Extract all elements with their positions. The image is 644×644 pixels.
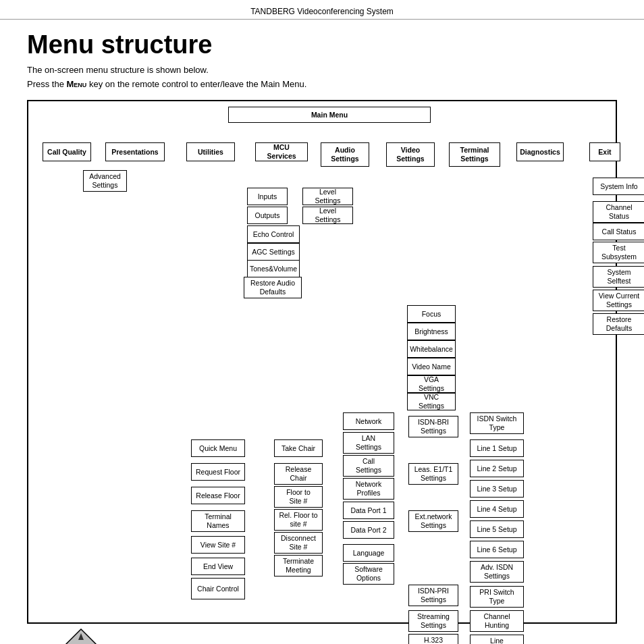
take-chair-box: Take Chair <box>274 439 323 457</box>
line2-setup-box: Line 2 Setup <box>470 460 524 477</box>
diagnostics-box: Diagnostics <box>516 142 564 161</box>
whitebalance-box: Whitebalance <box>407 340 456 358</box>
isdn-pri-box: ISDN-PRI Settings <box>408 585 458 606</box>
software-options-box: Software Options <box>343 563 394 585</box>
release-floor-box: Release Floor <box>191 487 245 504</box>
description2: Press the Menu key on the remote control… <box>27 79 617 89</box>
system-info-box: System Info <box>593 178 644 195</box>
line1-setup-box: Line 1 Setup <box>470 439 524 457</box>
release-chair-box: Release Chair <box>274 463 323 485</box>
audio-settings-box: Audio Settings <box>321 142 369 167</box>
ext-network-box: Ext.network Settings <box>408 510 458 532</box>
video-name-box: Video Name <box>407 358 456 375</box>
quick-menu-box: Quick Menu <box>191 439 245 457</box>
brightness-box: Brightness <box>407 323 456 340</box>
line3-setup-box: Line 3 Setup <box>470 480 524 498</box>
channel-status-box: Channel Status <box>593 201 644 223</box>
data-port-2-box: Data Port 2 <box>343 521 394 539</box>
chair-control-box: Chair Control <box>191 578 245 599</box>
call-status-box: Call Status <box>593 223 644 240</box>
nav-instructions: Press Up/Down/Left/Right to navigate. Pr… <box>119 639 268 644</box>
level-settings-1-box: Level Settings <box>302 188 353 205</box>
line-settings-box: Line Settings <box>470 635 524 644</box>
call-settings-box: Call Settings <box>343 455 394 477</box>
request-floor-box: Request Floor <box>191 463 245 481</box>
data-port-1-box: Data Port 1 <box>343 502 394 519</box>
bottom-section: Press Up/Down/Left/Right to navigate. Pr… <box>27 628 617 644</box>
focus-box: Focus <box>407 305 456 323</box>
leas-e1t1-box: Leas. E1/T1 Settings <box>408 463 458 485</box>
header-title: TANDBERG Videoconferencing System <box>250 7 394 16</box>
terminal-names-box: Terminal Names <box>191 510 245 532</box>
restore-defaults-box: Restore Defaults <box>593 313 644 335</box>
network-profiles-box: Network Profiles <box>343 478 394 500</box>
menu-key-label: Menu <box>67 79 87 89</box>
channel-hunting-box: Channel Hunting <box>470 610 524 632</box>
isdn-switch-type-box: ISDN Switch Type <box>470 412 524 434</box>
h323-settings-box: H.323 Settings <box>408 634 458 644</box>
terminate-meeting-box: Terminate Meeting <box>274 555 323 576</box>
restore-audio-box: Restore Audio Defaults <box>244 277 302 298</box>
language-box: Language <box>343 544 394 562</box>
view-current-box: View Current Settings <box>593 290 644 311</box>
nav-diamond-icon <box>54 628 108 644</box>
description: The on-screen menu structure is shown be… <box>27 65 617 75</box>
vnc-settings-box: VNC Settings <box>407 393 456 410</box>
isdn-bri-box: ISDN-BRI Settings <box>408 416 458 437</box>
page-header: TANDBERG Videoconferencing System <box>0 0 644 20</box>
main-menu-box: Main Menu <box>228 107 431 123</box>
pri-switch-type-box: PRI Switch Type <box>470 586 524 608</box>
exit-box: Exit <box>589 142 620 161</box>
video-settings-box: Video Settings <box>386 142 435 167</box>
agc-settings-box: AGC Settings <box>247 243 300 261</box>
streaming-settings-box: Streaming Settings <box>408 610 458 632</box>
end-view-box: End View <box>191 558 245 575</box>
rel-floor-to-box: Rel. Floor to site # <box>274 509 323 531</box>
page-title: Menu structure <box>27 30 617 59</box>
disconnect-site-box: Disconnect Site # <box>274 532 323 554</box>
level-settings-2-box: Level Settings <box>302 207 353 224</box>
adv-isdn-box: Adv. ISDN Settings <box>470 561 524 583</box>
test-subsystem-box: Test Subsystem <box>593 242 644 263</box>
presentations-box: Presentations <box>105 142 165 161</box>
line5-setup-box: Line 5 Setup <box>470 520 524 538</box>
utilities-box: Utilities <box>186 142 235 161</box>
menu-diagram: Main Menu Call Quality Presentations Uti… <box>27 100 617 624</box>
call-quality-box: Call Quality <box>43 142 91 161</box>
advanced-settings-box: Advanced Settings <box>83 170 127 192</box>
inputs-box: Inputs <box>247 188 288 205</box>
network-box: Network <box>343 412 394 430</box>
system-selftest-box: System Selftest <box>593 266 644 288</box>
line4-setup-box: Line 4 Setup <box>470 500 524 518</box>
terminal-settings-box: Terminal Settings <box>449 142 500 167</box>
outputs-box: Outputs <box>247 207 288 224</box>
mcu-services-box: MCU Services <box>255 142 308 161</box>
line6-setup-box: Line 6 Setup <box>470 541 524 558</box>
tones-volume-box: Tones&Volume <box>247 260 300 277</box>
echo-control-box: Echo Control <box>247 225 300 243</box>
diagram-container: Main Menu Call Quality Presentations Uti… <box>32 105 626 618</box>
floor-to-site-box: Floor to Site # <box>274 486 323 508</box>
view-site-box: View Site # <box>191 536 245 554</box>
lan-settings-box: LAN Settings <box>343 432 394 454</box>
vga-settings-box: VGA Settings <box>407 375 456 393</box>
